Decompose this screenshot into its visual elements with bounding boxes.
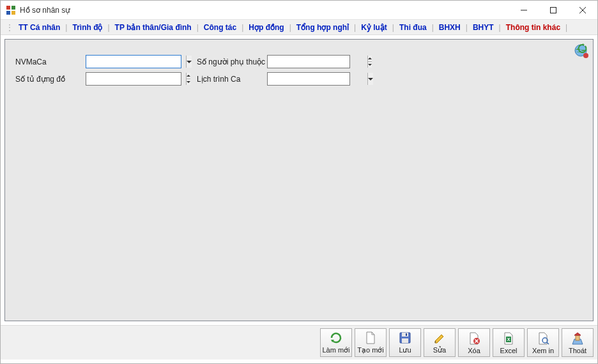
lam-moi-label: Làm mới xyxy=(322,346,349,354)
so-tu-dung-do-field[interactable] xyxy=(86,73,186,85)
svg-marker-24 xyxy=(574,333,581,335)
content-area: NVMaCa Số người phụ thuộc Số tủ đựng đồ xyxy=(1,35,597,325)
spin-down-icon[interactable] xyxy=(368,62,372,68)
new-document-icon xyxy=(364,331,378,345)
svg-rect-14 xyxy=(402,338,408,343)
svg-rect-5 xyxy=(551,8,556,13)
thoat-button[interactable]: Thoát xyxy=(562,328,594,357)
svg-point-10 xyxy=(583,53,588,58)
tao-moi-button[interactable]: Tạo mới xyxy=(355,328,387,357)
app-icon xyxy=(6,5,16,15)
form-panel: NVMaCa Số người phụ thuộc Số tủ đựng đồ xyxy=(4,39,594,321)
minimize-button[interactable] xyxy=(509,1,539,20)
lich-trinh-ca-dropdown[interactable] xyxy=(267,72,350,86)
svg-rect-23 xyxy=(576,335,579,340)
dropdown-arrow-icon[interactable] xyxy=(186,56,192,68)
tab-tp-ban-than[interactable]: TP bản thân/Gia đình xyxy=(111,23,195,32)
tab-ky-luat[interactable]: Kỷ luật xyxy=(357,23,391,32)
svg-rect-1 xyxy=(12,6,15,10)
window-controls xyxy=(509,1,597,19)
edit-icon xyxy=(433,331,447,345)
nvmaca-label: NVMaCa xyxy=(15,57,86,66)
luu-button[interactable]: Lưu xyxy=(389,328,421,357)
tab-trinh-do[interactable]: Trình độ xyxy=(68,23,106,32)
tab-hop-dong[interactable]: Hợp đồng xyxy=(245,23,288,32)
nvmaca-dropdown[interactable] xyxy=(86,55,181,68)
globe-refresh-icon[interactable] xyxy=(574,43,589,59)
exit-icon xyxy=(571,331,585,345)
titlebar: Hồ sơ nhân sự xyxy=(1,1,597,20)
save-icon xyxy=(398,331,412,345)
svg-text:X: X xyxy=(507,337,510,342)
delete-icon xyxy=(467,331,481,345)
luu-label: Lưu xyxy=(399,346,411,354)
svg-rect-2 xyxy=(6,11,10,15)
tab-bar: ⋮ TT Cá nhân | Trình độ | TP bản thân/Gi… xyxy=(1,20,597,35)
lam-moi-button[interactable]: Làm mới xyxy=(320,328,352,357)
lich-trinh-ca-label: Lịch trình Ca xyxy=(197,75,267,84)
tab-thong-tin-khac[interactable]: Thông tin khác xyxy=(502,23,564,32)
so-tu-dung-do-label: Số tủ đựng đồ xyxy=(15,75,86,84)
spin-down-icon[interactable] xyxy=(187,79,190,86)
spin-up-icon[interactable] xyxy=(187,73,190,79)
tab-bhxh[interactable]: BHXH xyxy=(435,23,464,32)
so-nguoi-phu-thuoc-field[interactable] xyxy=(268,56,367,68)
tab-bhyt[interactable]: BHYT xyxy=(469,23,498,32)
excel-button[interactable]: X Excel xyxy=(493,328,525,357)
xem-in-label: Xem in xyxy=(532,347,554,354)
close-button[interactable] xyxy=(568,1,597,20)
tab-thi-dua[interactable]: Thi đua xyxy=(395,23,431,32)
svg-rect-3 xyxy=(12,11,15,15)
spinner-buttons[interactable] xyxy=(186,73,190,85)
svg-rect-15 xyxy=(406,333,407,336)
tao-moi-label: Tạo mới xyxy=(357,346,384,354)
sua-label: Sửa xyxy=(433,346,446,354)
thoat-label: Thoát xyxy=(569,347,586,354)
tab-cong-tac[interactable]: Công tác xyxy=(200,23,240,32)
nvmaca-field[interactable] xyxy=(86,56,186,68)
svg-rect-0 xyxy=(6,6,10,10)
spin-up-icon[interactable] xyxy=(368,56,372,62)
refresh-icon xyxy=(329,331,343,345)
excel-label: Excel xyxy=(500,347,518,354)
dropdown-arrow-icon[interactable] xyxy=(367,73,373,85)
sua-button[interactable]: Sửa xyxy=(424,328,456,357)
so-tu-dung-do-spinner[interactable] xyxy=(86,72,181,86)
excel-icon: X xyxy=(502,331,516,345)
svg-rect-13 xyxy=(402,333,408,337)
so-nguoi-phu-thuoc-spinner[interactable] xyxy=(267,55,350,68)
xoa-button[interactable]: Xóa xyxy=(458,328,490,357)
tab-separator: ⋮ xyxy=(4,23,15,32)
spinner-buttons[interactable] xyxy=(367,56,372,68)
tab-tt-ca-nhan[interactable]: TT Cá nhân xyxy=(15,23,64,32)
tab-tong-hop-nghi[interactable]: Tổng hợp nghỉ xyxy=(293,23,353,32)
window-title: Hồ sơ nhân sự xyxy=(20,6,509,15)
print-preview-icon xyxy=(536,331,550,345)
lich-trinh-ca-field[interactable] xyxy=(268,73,367,85)
xem-in-button[interactable]: Xem in xyxy=(527,328,559,357)
so-nguoi-phu-thuoc-label: Số người phụ thuộc xyxy=(197,57,267,66)
maximize-button[interactable] xyxy=(539,1,568,20)
xoa-label: Xóa xyxy=(468,347,480,354)
bottom-toolbar: Làm mới Tạo mới Lưu xyxy=(1,325,597,360)
